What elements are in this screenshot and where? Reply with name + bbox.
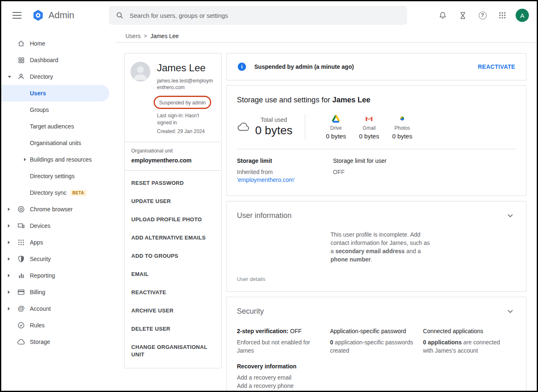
- search-bar[interactable]: [109, 6, 407, 25]
- change-org-unit-button[interactable]: CHANGE ORGANISATIONAL UNIT: [125, 338, 221, 364]
- service-value: 0 bytes: [392, 133, 412, 140]
- upload-profile-photo-button[interactable]: UPLOAD PROFILE PHOTO: [125, 211, 221, 229]
- user-avatar: [130, 62, 150, 82]
- sidebar-item-label: Directory sync: [30, 189, 67, 196]
- breadcrumb-users-link[interactable]: Users: [125, 33, 141, 39]
- total-used-label: Total used: [255, 116, 292, 123]
- person-icon: [16, 72, 26, 82]
- email-button[interactable]: EMAIL: [125, 265, 221, 283]
- sidebar-item-directory-settings[interactable]: Directory settings: [1, 168, 115, 184]
- sidebar-item-target-audiences[interactable]: Target audiences: [1, 118, 115, 135]
- hamburger-menu-icon[interactable]: [8, 6, 26, 24]
- app-password-detail: application-specific passwords created: [330, 339, 413, 354]
- sidebar-item-security[interactable]: Security: [1, 251, 115, 267]
- sidebar-item-home[interactable]: Home: [1, 35, 115, 52]
- chevron-down-icon: [8, 76, 16, 78]
- sidebar-item-dashboard[interactable]: Dashboard: [1, 52, 115, 68]
- sidebar-item-buildings-resources[interactable]: Buildings and resources: [1, 151, 115, 168]
- app-password-title: Application-specific password: [330, 328, 423, 334]
- add-to-groups-button[interactable]: ADD TO GROUPS: [125, 247, 221, 265]
- apps-grid-icon[interactable]: [494, 7, 511, 24]
- sidebar-item-directory[interactable]: Directory: [1, 68, 115, 85]
- sidebar-item-reporting[interactable]: Reporting: [1, 267, 115, 284]
- search-input[interactable]: [130, 12, 400, 19]
- sidebar-item-organisational-units[interactable]: Organisational units: [1, 135, 115, 151]
- connected-apps-title: Connected applications: [423, 328, 516, 334]
- top-bar: Admin ?: [1, 1, 537, 29]
- user-name: James Lee: [157, 62, 215, 74]
- user-information-card: User information This user profile is in…: [227, 201, 526, 292]
- collapse-chevron-down-icon[interactable]: [504, 305, 516, 317]
- sidebar-item-label: Buildings and resources: [30, 156, 92, 163]
- breadcrumb-separator: >: [144, 33, 147, 39]
- sidebar-item-label: Users: [30, 90, 46, 97]
- app-title: Admin: [48, 10, 74, 21]
- sidebar-item-label: Reporting: [30, 272, 55, 279]
- admin-logo[interactable]: Admin: [32, 9, 109, 22]
- sidebar-item-label: Devices: [30, 223, 51, 229]
- hourglass-pending-tasks-icon[interactable]: [454, 7, 471, 24]
- beta-badge: BETA: [70, 190, 87, 196]
- apps-dots-icon: [16, 237, 26, 247]
- recovery-title: Recovery information: [237, 363, 297, 370]
- delete-user-button[interactable]: DELETE USER: [125, 320, 221, 338]
- add-recovery-phone-link[interactable]: Add a recovery phone: [237, 382, 330, 390]
- sidebar-item-apps[interactable]: Apps: [1, 234, 115, 251]
- chevron-right-icon: [8, 290, 16, 294]
- add-alternative-emails-button[interactable]: ADD ALTERNATIVE EMAILS: [125, 229, 221, 247]
- sidebar-item-directory-sync[interactable]: Directory sync BETA: [1, 184, 115, 201]
- reset-password-button[interactable]: RESET PASSWORD: [125, 174, 221, 192]
- chevron-right-icon: [8, 208, 16, 211]
- security-title: Security: [237, 307, 264, 316]
- storage-limit-user-value: OFF: [333, 168, 386, 176]
- help-icon[interactable]: ?: [474, 7, 491, 24]
- org-unit-value: employmenthero.com: [131, 157, 215, 164]
- cloud-icon: [16, 337, 26, 347]
- incomplete-profile-message: This user profile is incomplete. Add con…: [331, 230, 430, 264]
- chevron-right-icon: [8, 224, 16, 227]
- storage-limit-inherited: Inherited from: [237, 168, 333, 176]
- security-card: Security 2-step verification: OFF Enforc…: [227, 297, 526, 391]
- sidebar-item-label: Organisational units: [30, 140, 81, 146]
- org-unit-link[interactable]: 'employmenthero.com': [237, 176, 333, 184]
- service-name: Photos: [395, 125, 410, 131]
- sidebar-item-groups[interactable]: Groups: [1, 102, 115, 118]
- admin-logo-icon: [32, 9, 44, 22]
- collapse-chevron-down-icon[interactable]: [504, 210, 516, 221]
- breadcrumb-current: James Lee: [150, 33, 179, 39]
- update-user-button[interactable]: UPDATE USER: [125, 192, 221, 211]
- sidebar-item-users[interactable]: Users: [1, 85, 109, 102]
- sidebar-item-devices[interactable]: Devices: [1, 218, 115, 234]
- add-recovery-email-link[interactable]: Add a recovery email: [237, 373, 330, 382]
- sidebar-item-account[interactable]: @ Account: [1, 300, 115, 317]
- sidebar-item-billing[interactable]: Billing: [1, 284, 115, 300]
- reactivate-button[interactable]: REACTIVATE: [125, 283, 221, 302]
- at-sign-icon: @: [16, 304, 26, 314]
- sidebar-item-label: Security: [30, 256, 51, 262]
- account-avatar[interactable]: A: [514, 7, 531, 24]
- user-details-link[interactable]: User details: [237, 276, 265, 282]
- service-name: Drive: [330, 125, 342, 131]
- service-value: 0 bytes: [326, 133, 346, 140]
- storage-title-user: James Lee: [332, 96, 370, 104]
- sidebar-item-chrome-browser[interactable]: Chrome browser: [1, 201, 115, 218]
- storage-limit-user-label: Storage limit for user: [333, 157, 386, 164]
- sidebar-item-label: Account: [30, 305, 51, 312]
- user-information-title: User information: [237, 211, 292, 220]
- reactivate-link[interactable]: REACTIVATE: [478, 63, 515, 70]
- sidebar-item-rules[interactable]: Rules: [1, 317, 115, 334]
- shield-icon: [16, 254, 26, 264]
- home-icon: [16, 39, 26, 48]
- chevron-right-icon: [8, 307, 16, 310]
- archive-user-button[interactable]: ARCHIVE USER: [125, 302, 221, 320]
- notifications-bell-icon[interactable]: [434, 7, 451, 24]
- app-window: Admin ?: [0, 0, 538, 392]
- chrome-icon: [16, 204, 26, 214]
- avatar-letter: A: [516, 9, 529, 22]
- sidebar-item-label: Billing: [30, 289, 45, 295]
- user-status: Suspended by admin: [159, 100, 206, 106]
- service-name: Gmail: [363, 125, 376, 131]
- credit-card-icon: [16, 287, 26, 297]
- sidebar-item-storage[interactable]: Storage: [1, 334, 115, 350]
- cloud-icon: [237, 120, 250, 133]
